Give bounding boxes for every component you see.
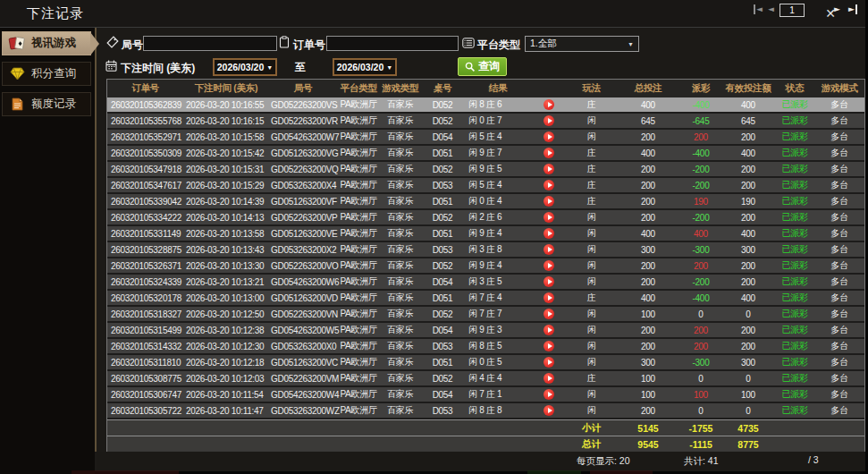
table-row[interactable]: 2603201053201782026-03-20 10:13:00GD0512… (107, 291, 864, 307)
table-row[interactable]: 2603201053263712026-03-20 10:13:30GD0522… (107, 258, 864, 275)
subtotal-total-bet: 5145 (616, 423, 680, 434)
cell: 0 (680, 374, 721, 384)
play-result-icon[interactable] (531, 373, 567, 384)
cell: PA欧洲厅 (337, 292, 380, 304)
background-bleed (590, 470, 653, 474)
table-row[interactable]: 2603201053154992026-03-20 10:12:38GD0542… (107, 323, 864, 339)
play-result-icon[interactable] (531, 212, 567, 223)
date-from-picker[interactable]: 2026/03/20 ▼ (213, 58, 277, 76)
cell: 200 (721, 277, 775, 287)
page-number-input[interactable] (780, 4, 805, 17)
table-row[interactable]: 2603201053628392026-03-20 10:16:55GD0522… (107, 97, 864, 114)
table-row[interactable]: 2603201053476172026-03-20 10:15:29GD0532… (107, 178, 864, 194)
play-result-icon[interactable] (531, 131, 567, 142)
cell: 多台 (814, 292, 864, 304)
play-result-icon[interactable] (531, 389, 567, 400)
round-no-input[interactable] (143, 36, 277, 51)
cell: 2026-03-20 10:13:00 (183, 293, 269, 303)
cell: 260320105306747 (107, 390, 183, 400)
cell: 260320105362839 (107, 100, 183, 110)
background-bleed (72, 470, 179, 474)
play-result-icon[interactable] (531, 148, 567, 158)
table-row[interactable]: 2603201053479182026-03-20 10:15:31GD0522… (107, 162, 864, 178)
cell: 400 (721, 100, 775, 110)
query-button[interactable]: 查询 (458, 57, 507, 76)
cell: 400 (721, 293, 775, 303)
cell: 闲 2 庄 6 (465, 211, 531, 224)
first-page-icon[interactable]: ◄ (754, 4, 763, 14)
cell: 100 (616, 309, 680, 319)
cell: 200 (721, 342, 775, 351)
cell: 200 (721, 326, 775, 335)
table-row[interactable]: 2603201053311492026-03-20 10:13:58GD0512… (107, 226, 864, 242)
cell: 闲 (567, 211, 616, 224)
cell: 200 (616, 277, 680, 287)
search-icon (465, 62, 476, 72)
cell: GD052263200VM (269, 374, 337, 384)
play-result-icon[interactable] (531, 357, 567, 368)
cell: 多台 (814, 114, 864, 127)
cell: PA欧洲厅 (337, 211, 380, 224)
play-result-icon[interactable] (531, 405, 567, 416)
table-row[interactable]: 2603201053503092026-03-20 10:15:42GD0512… (107, 146, 864, 162)
platform-type-select[interactable]: 1.全部 ▼ (525, 36, 639, 52)
sidebar-item-label: 额度记录 (31, 97, 76, 112)
cell: 400 (616, 293, 680, 303)
cell: 闲 (567, 275, 616, 288)
order-no-input[interactable] (326, 36, 459, 51)
last-page-icon[interactable]: ► (848, 4, 857, 14)
cell: 闲 0 庄 7 (465, 114, 531, 127)
cell: 260320105355768 (107, 116, 183, 126)
play-result-icon[interactable] (531, 309, 567, 319)
cell: -200 (680, 277, 721, 287)
table-row[interactable]: 2603201053057222026-03-20 10:11:47GD0532… (107, 403, 864, 419)
cell: 庄 (567, 195, 616, 207)
cell: 百家乐 (380, 227, 420, 240)
play-result-icon[interactable] (531, 180, 567, 190)
cell: 200 (616, 342, 680, 351)
title-bar: 下注记录 ✕ (0, 0, 865, 28)
column-header: 局号 (269, 82, 337, 95)
sidebar-item-points-query[interactable]: 积分查询 (2, 62, 91, 86)
table-row[interactable]: 2603201053118102026-03-20 10:12:18GD0512… (107, 355, 864, 371)
prev-page-icon[interactable]: ◄ (768, 4, 774, 14)
play-result-icon[interactable] (531, 228, 567, 239)
play-result-icon[interactable] (531, 244, 567, 255)
play-result-icon[interactable] (531, 164, 567, 174)
play-result-icon[interactable] (531, 115, 567, 126)
cell: 2026-03-20 10:12:03 (183, 374, 269, 384)
sidebar-item-video-games[interactable]: 视讯游戏 (2, 31, 91, 55)
table-row[interactable]: 2603201053087752026-03-20 10:12:03GD0522… (107, 371, 864, 387)
play-result-icon[interactable] (531, 99, 567, 110)
cell: 200 (721, 165, 775, 174)
table-row[interactable]: 2603201053529712026-03-20 10:15:58GD0542… (107, 130, 864, 146)
date-to-picker[interactable]: 2026/03/20 ▼ (333, 58, 397, 76)
play-result-icon[interactable] (531, 325, 567, 335)
table-row[interactable]: 2603201053390422026-03-20 10:14:39GD0512… (107, 194, 864, 210)
table-row[interactable]: 2603201053342222026-03-20 10:14:13GD0522… (107, 210, 864, 226)
next-page-icon[interactable]: ► (834, 4, 840, 14)
cell: 闲 0 庄 5 (465, 356, 531, 368)
cell: 闲 8 庄 5 (465, 340, 531, 352)
play-result-icon[interactable] (531, 276, 567, 287)
table-row[interactable]: 2603201053067472026-03-20 10:11:54GD0542… (107, 387, 864, 403)
cell: D052 (420, 116, 465, 126)
cell: D051 (420, 293, 465, 303)
play-result-icon[interactable] (531, 196, 567, 207)
table-row[interactable]: 2603201053288752026-03-20 10:13:43GD0532… (107, 242, 864, 258)
table-row[interactable]: 2603201053143322026-03-20 10:12:30GD0532… (107, 339, 864, 355)
cell: 闲 (567, 227, 616, 240)
sidebar-item-quota-records[interactable]: 额度记录 (2, 92, 91, 116)
play-result-icon[interactable] (531, 341, 567, 351)
footer-bar (97, 452, 865, 470)
play-result-icon[interactable] (531, 292, 567, 303)
table-row[interactable]: 2603201053557682026-03-20 10:16:15GD0522… (107, 114, 864, 130)
cell: GD052263200VR (269, 116, 337, 126)
cell: 260320105311810 (107, 358, 183, 368)
play-result-icon[interactable] (531, 260, 567, 271)
table-row[interactable]: 2603201053243392026-03-20 10:13:21GD0542… (107, 275, 864, 291)
cell: PA欧洲厅 (337, 340, 380, 352)
cell: 190 (680, 197, 721, 207)
table-row[interactable]: 2603201053183272026-03-20 10:12:50GD0522… (107, 307, 864, 323)
cell: PA欧洲厅 (337, 404, 380, 417)
